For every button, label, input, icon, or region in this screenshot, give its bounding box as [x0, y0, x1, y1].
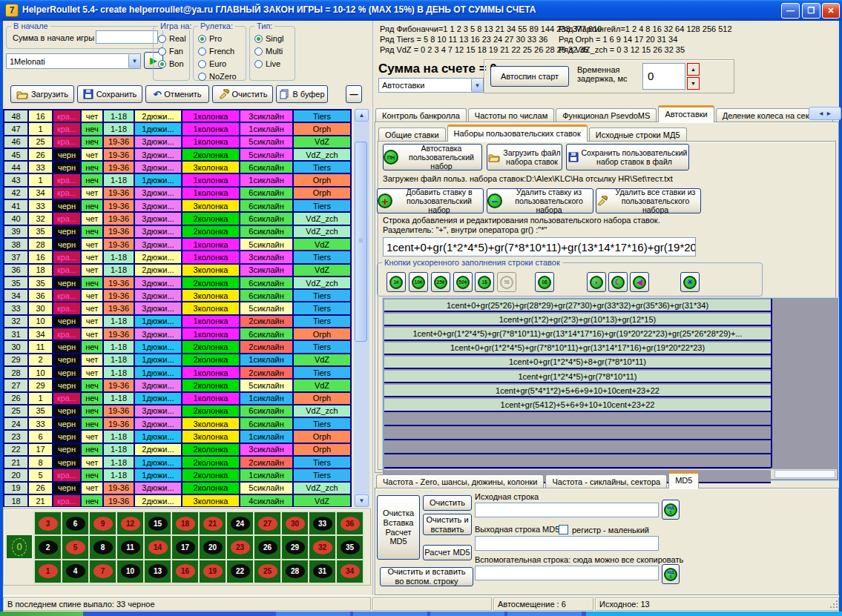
bet-list-item[interactable]: 1cent+0+gr(25*26)+gr(28*29)+gr(27*30)+gr… [384, 299, 771, 312]
tab-scroll-buttons[interactable]: ◂ ▸ [809, 107, 841, 120]
start-button[interactable] [0, 612, 83, 616]
title-bar[interactable]: 7 HelperRoullet 5.4- create helperroulle… [0, 0, 842, 21]
board-cell-3[interactable]: 3 [35, 512, 61, 534]
board-cell-4[interactable]: 4 [62, 560, 88, 583]
hscrollbar-thumb[interactable] [774, 470, 835, 478]
bet-list-item[interactable]: 1cent+gr(1*2)+gr(2*3)+gr(10*13)+gr(12*15… [384, 314, 771, 326]
board-cell-32[interactable]: 32 [309, 536, 335, 558]
md5-out-input[interactable] [475, 536, 659, 551]
board-cell-11[interactable]: 11 [117, 536, 143, 558]
spins-table[interactable]: 4816кра...чет1-182дюжи...1колонка3сиклай… [3, 109, 352, 507]
table-row[interactable]: 4032кра...чет19-363дюжи...2колонка6сикла… [4, 213, 352, 225]
radio-fan[interactable]: Fan [158, 46, 186, 56]
autospin-start-button[interactable]: Автоспин старт [490, 66, 569, 87]
board-cell-22[interactable]: 22 [227, 560, 253, 583]
close-button[interactable]: ✕ [822, 3, 840, 19]
subtab-2[interactable]: Наборы пользовательских ставок [447, 125, 588, 142]
board-cell-35[interactable]: 35 [337, 536, 363, 558]
register-checkbox[interactable] [559, 525, 568, 534]
quick-bet-button-7[interactable]: 0$ [535, 272, 554, 292]
table-row[interactable]: 218чернчет1-181дюжи...2колонка2сиклайнTi… [4, 457, 352, 469]
set-button-2[interactable]: Загрузить файл набора ставок [487, 144, 562, 170]
tab-3[interactable]: Функционал PsevdoMS [556, 108, 657, 122]
strategy-combobox[interactable]: 1Melonati ▼ [6, 53, 141, 69]
chevron-down-icon[interactable]: ▼ [471, 79, 483, 92]
radio-nozero[interactable]: NoZero [198, 71, 237, 82]
table-row[interactable]: 2810чернчет1-181дюжи...1колонка2сиклайнT… [4, 367, 352, 380]
quick-bet-button-10[interactable]: ◀ [630, 272, 649, 292]
table-row[interactable]: 2535черннеч19-363дюжи...2колонка6сиклайн… [4, 405, 352, 418]
taskbar-item[interactable] [430, 612, 504, 616]
start-sum-input[interactable] [96, 30, 158, 44]
mode-combobox[interactable]: Автоставки ▼ [378, 78, 484, 93]
board-cell-30[interactable]: 30 [282, 512, 308, 534]
quick-bet-button-11[interactable]: ✳ [680, 272, 700, 292]
table-row[interactable]: 3436кра...чет19-363дюжи...3колонка6сикла… [4, 290, 352, 302]
board-cell-26[interactable]: 26 [254, 536, 280, 558]
taskbar-item[interactable] [276, 612, 350, 616]
quick-bet-button-4[interactable]: 50¢ [453, 272, 473, 292]
quick-bet-button-1[interactable]: 1¢ [387, 272, 406, 292]
board-cell-36[interactable]: 36 [337, 512, 363, 534]
scroll-up-icon[interactable]: ▲ [355, 109, 369, 122]
board-cell-16[interactable]: 16 [172, 560, 198, 583]
table-row[interactable]: 3330кра...чет19-363дюжи...3колонка5сикла… [4, 302, 352, 315]
toolbar-button-1[interactable]: Загрузить [10, 85, 74, 103]
bottom-tab-3[interactable]: MD5 [668, 471, 699, 489]
md5-clear-and-paste-button[interactable]: Очистить и вставить [423, 514, 472, 535]
tab-4[interactable]: Автоставки [658, 105, 714, 122]
board-cell-25[interactable]: 25 [254, 560, 280, 583]
table-row[interactable]: 4625кра...неч19-363дюжи...1колонка5сикла… [4, 136, 352, 149]
board-cell-27[interactable]: 27 [254, 512, 280, 534]
md5-hash-button[interactable]: МД5 [662, 500, 680, 520]
board-cell-20[interactable]: 20 [200, 536, 226, 558]
radio-live[interactable]: Live [254, 59, 283, 69]
board-cell-29[interactable]: 29 [282, 536, 308, 558]
board-cell-28[interactable]: 28 [282, 560, 308, 583]
quick-bet-button-5[interactable]: 1$ [475, 272, 494, 292]
radio-singl[interactable]: Singl [254, 33, 283, 44]
chevron-down-icon[interactable]: ▼ [128, 54, 140, 68]
taskbar-item[interactable] [507, 612, 582, 616]
md5-clear-button[interactable]: Очистить [423, 495, 472, 511]
bet-list[interactable]: 1cent+0+gr(25*26)+gr(28*29)+gr(27*30)+gr… [383, 298, 838, 480]
md5-source-input[interactable] [475, 503, 659, 517]
board-cell-1[interactable]: 1 [35, 560, 61, 583]
bet-list-item[interactable]: 1cent+0+gr(1*2*4*5)+gr(7*8*10*11)+gr(13*… [384, 328, 771, 340]
spinner-down-icon[interactable]: ▼ [687, 77, 700, 90]
toolbar-button-4[interactable]: Очистить [212, 85, 273, 103]
table-row[interactable]: 261кра...неч1-181дюжи...1колонка1сиклайн… [4, 393, 352, 405]
board-cell-13[interactable]: 13 [145, 560, 171, 583]
edit-button-2[interactable]: −Удалить ставку из пользовательского наб… [487, 188, 593, 213]
board-cell-17[interactable]: 17 [172, 536, 198, 558]
board-cell-12[interactable]: 12 [117, 512, 143, 534]
bet-list-item[interactable]: 1cent+gr(1*2*4*5)+gr(7*8*10*11) [384, 371, 771, 383]
table-row[interactable]: 3011черннеч1-181дюжи...2колонка2сиклайнT… [4, 341, 352, 354]
tab-scroll-right-icon[interactable]: ▸ [827, 109, 831, 117]
tab-2[interactable]: Частоты по числам [468, 108, 554, 122]
subtab-3[interactable]: Исходные строки МД5 [589, 127, 687, 142]
table-row[interactable]: 3535черннеч19-363дюжи...2колонка6сиклайн… [4, 277, 352, 290]
table-row[interactable]: 4433черннеч19-363дюжи...3колонка6сиклайн… [4, 162, 352, 174]
board-cell-23[interactable]: 23 [227, 536, 253, 558]
quick-bet-button-9[interactable]: ☾ [608, 272, 628, 292]
table-scrollbar[interactable]: ▲ ▼ [354, 109, 369, 507]
table-row[interactable]: 3828чернчет19-363дюжи...1колонка5сиклайн… [4, 239, 352, 251]
resize-grip[interactable] [829, 600, 838, 609]
bottom-tab-2[interactable]: Частота - сиклайны, сектора [545, 474, 667, 489]
minimize-button[interactable]: — [781, 3, 800, 19]
table-row[interactable]: 471кра...неч1-181дюжи...1колонка1сиклайн… [4, 123, 352, 136]
radio-multi[interactable]: Multi [254, 46, 283, 56]
board-cell-14[interactable]: 14 [145, 536, 171, 558]
table-row[interactable]: 3210чернчет1-181дюжи...1колонка2сиклайнT… [4, 316, 352, 328]
md5-clear-paste-aux-button[interactable]: Очистить и вставить во вспом. строку [380, 567, 473, 586]
bet-list-item[interactable]: 1cent+gr(5412)+5+6+9+10+10cent+23+22 [384, 399, 771, 411]
md5-clear-paste-calc-button[interactable]: Очистка Вставка Расчет MD5 [377, 495, 420, 560]
md5-aux-hash-button[interactable]: МД5 [662, 564, 680, 584]
md5-calc-button[interactable]: Расчет MD5 [423, 545, 472, 560]
table-row[interactable]: 1821кра...неч19-362дюжи...3колонка4сикла… [4, 495, 352, 507]
quick-bet-button-2[interactable]: 10¢ [409, 272, 428, 292]
taskbar-item[interactable] [353, 612, 427, 616]
board-cell-33[interactable]: 33 [309, 512, 335, 534]
set-button-3[interactable]: Сохранить пользовательский набор ставок … [566, 144, 689, 170]
